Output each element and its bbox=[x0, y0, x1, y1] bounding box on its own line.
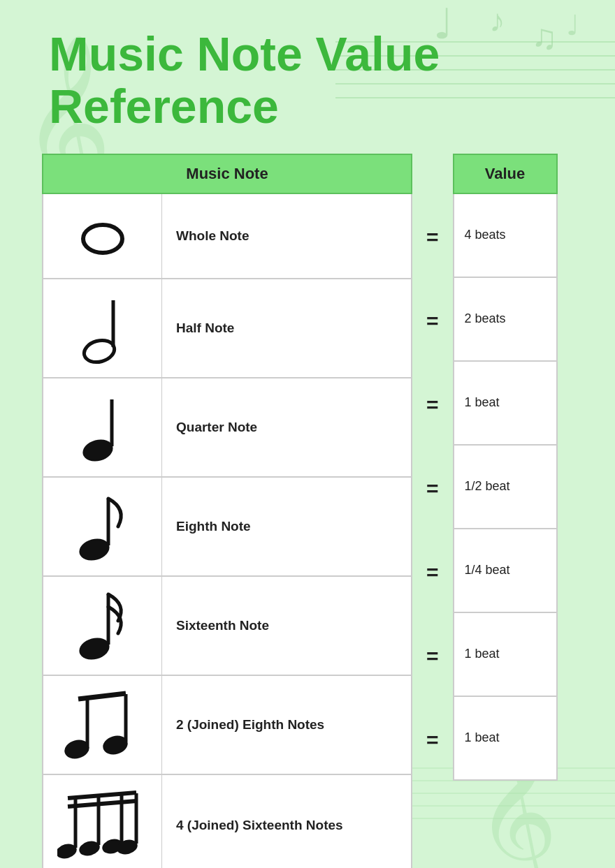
equals-row-1: = bbox=[426, 196, 439, 279]
value-3: 1 beat bbox=[454, 385, 556, 420]
equals-row-4: = bbox=[426, 447, 439, 531]
value-5: 1/4 beat bbox=[454, 552, 556, 588]
table-row: 2 (Joined) Eighth Notes bbox=[42, 676, 412, 775]
main-layout: Music Note Whole Note Half N bbox=[42, 154, 573, 868]
table-row: Eighth Note bbox=[42, 478, 412, 577]
sixteenth-note-label: Sixteenth Note bbox=[162, 577, 411, 675]
right-table: Value 4 beats 2 beats 1 beat 1/2 beat 1/… bbox=[453, 154, 558, 781]
table-row: 4 (Joined) Sixteenth Notes bbox=[42, 775, 412, 868]
svg-point-16 bbox=[83, 225, 122, 253]
left-table-header: Music Note bbox=[42, 154, 412, 194]
svg-line-25 bbox=[78, 693, 126, 699]
value-6: 1 beat bbox=[454, 636, 556, 672]
left-table: Music Note Whole Note Half N bbox=[42, 154, 412, 868]
half-note-icon bbox=[43, 279, 162, 377]
whole-note-icon bbox=[43, 194, 162, 278]
equals-row-6: = bbox=[426, 615, 439, 698]
eighth-note-label: Eighth Note bbox=[162, 478, 411, 575]
value-1: 4 beats bbox=[454, 217, 556, 253]
table-row: Sixteenth Note bbox=[42, 577, 412, 676]
joined-eighth-notes-icon bbox=[43, 676, 162, 774]
sixteenth-note-icon bbox=[43, 577, 162, 675]
value-row-3: 1 beat bbox=[453, 362, 558, 446]
value-2: 2 beats bbox=[454, 301, 556, 337]
equals-row-2: = bbox=[426, 279, 439, 363]
value-row-2: 2 beats bbox=[453, 278, 558, 362]
quarter-note-label: Quarter Note bbox=[162, 378, 411, 476]
value-row-7: 1 beat bbox=[453, 697, 558, 781]
page-title: Music Note Value Reference bbox=[49, 28, 573, 133]
value-4: 1/2 beat bbox=[454, 469, 556, 504]
svg-line-30 bbox=[68, 793, 136, 798]
equals-row-7: = bbox=[426, 698, 439, 782]
value-row-1: 4 beats bbox=[453, 194, 558, 278]
joined-eighth-notes-label: 2 (Joined) Eighth Notes bbox=[162, 676, 411, 774]
value-row-5: 1/4 beat bbox=[453, 529, 558, 613]
value-row-4: 1/2 beat bbox=[453, 446, 558, 529]
half-note-label: Half Note bbox=[162, 279, 411, 377]
equals-row-5: = bbox=[426, 531, 439, 615]
equals-column: = = = = = = = bbox=[426, 154, 439, 782]
whole-note-label: Whole Note bbox=[162, 194, 411, 278]
table-row: Half Note bbox=[42, 279, 412, 378]
eighth-note-icon bbox=[43, 478, 162, 575]
table-row: Quarter Note bbox=[42, 378, 412, 478]
value-row-6: 1 beat bbox=[453, 613, 558, 697]
joined-sixteenth-notes-icon bbox=[43, 775, 162, 868]
equals-row-3: = bbox=[426, 363, 439, 447]
quarter-note-icon bbox=[43, 378, 162, 476]
joined-sixteenth-notes-label: 4 (Joined) Sixteenth Notes bbox=[162, 775, 411, 868]
table-row: Whole Note bbox=[42, 194, 412, 279]
right-table-header: Value bbox=[453, 154, 558, 194]
svg-line-31 bbox=[68, 801, 136, 807]
value-7: 1 beat bbox=[454, 720, 556, 756]
